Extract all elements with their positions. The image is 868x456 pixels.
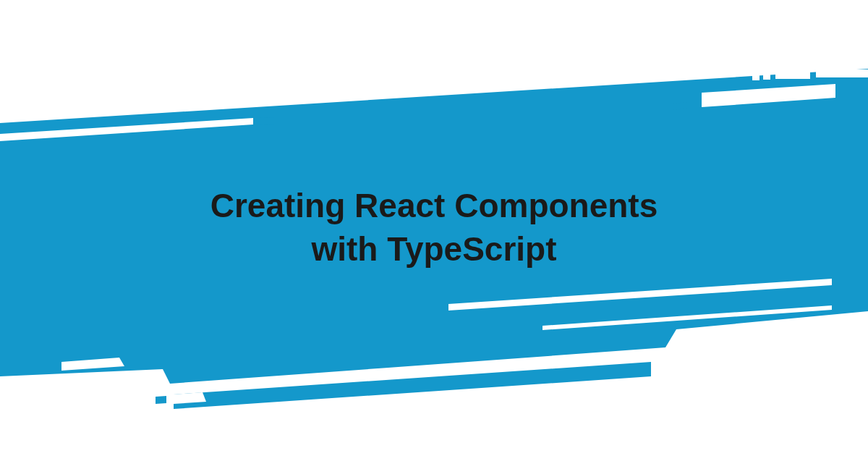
title-line-1: Creating React Components xyxy=(210,187,658,224)
svg-rect-4 xyxy=(752,74,760,80)
svg-rect-7 xyxy=(816,69,868,77)
svg-rect-5 xyxy=(763,73,770,80)
svg-rect-6 xyxy=(775,72,810,79)
title-line-2: with TypeScript xyxy=(311,230,556,268)
svg-marker-14 xyxy=(156,396,166,404)
svg-marker-2 xyxy=(260,117,273,124)
hero-banner: Creating React Components with TypeScrip… xyxy=(0,0,868,456)
banner-title: Creating React Components with TypeScrip… xyxy=(0,185,868,271)
